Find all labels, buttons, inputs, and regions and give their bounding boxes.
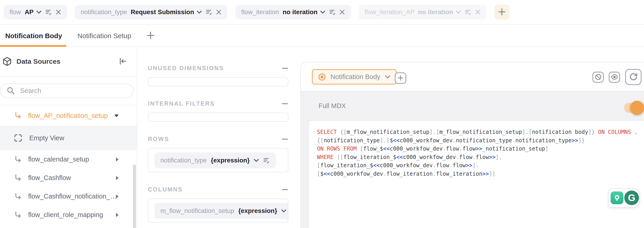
tab-notification-body[interactable]: Notification Body — [5, 25, 62, 46]
expand-arrow-icon[interactable] — [116, 157, 118, 161]
corner-down-right-icon — [14, 211, 22, 219]
preview-button[interactable] — [609, 72, 620, 83]
filter-chip-flow_iteration_AP[interactable]: flow_iteration_APno iteration — [358, 5, 486, 19]
remove-filter-icon[interactable] — [475, 9, 480, 15]
editor-header: Notification Body — [301, 62, 644, 91]
grammarly-suggestion-bulb-icon[interactable] — [610, 191, 624, 204]
expand-arrow-icon[interactable] — [116, 213, 118, 217]
builder-section-title: ROWS — [148, 135, 169, 142]
tab-label: Notification Body — [5, 32, 62, 40]
refresh-button[interactable] — [625, 69, 642, 85]
filter-chip-flow_iteration[interactable]: flow_iterationno iteration — [235, 5, 351, 19]
filter-chip-label: flow_iteration — [241, 8, 279, 16]
corner-down-right-icon — [14, 155, 22, 164]
expand-arrow-icon[interactable] — [116, 176, 118, 180]
filter-chip-value: Request Submission — [131, 8, 194, 16]
tree-item-flow-calendar-setup[interactable]: flow_calendar_setup — [0, 150, 137, 169]
collapse-section-button[interactable] — [282, 67, 288, 70]
edit-filter-icon[interactable] — [45, 9, 52, 15]
edit-filter-icon[interactable] — [206, 9, 212, 15]
plus-icon — [397, 75, 404, 82]
builder-section-title: COLUMNS — [148, 186, 183, 193]
minus-icon — [282, 103, 288, 104]
collapse-panel-button[interactable] — [118, 57, 127, 66]
tree-item-label: flow_Cashflow — [28, 174, 71, 182]
tree-item-empty-view[interactable]: Empty View — [0, 126, 137, 150]
search-input[interactable] — [20, 87, 118, 95]
minus-icon — [282, 189, 288, 190]
corner-down-right-icon — [14, 192, 22, 201]
remove-filter-icon[interactable] — [56, 9, 61, 15]
filter-chip-value: no iteration — [418, 8, 453, 16]
filter-chip-value: AP — [25, 8, 34, 16]
edit-filter-icon[interactable] — [464, 9, 472, 15]
sidebar-scrollbar[interactable] — [133, 164, 136, 228]
app-root: flowAPnotification_typeRequest Submissio… — [0, 0, 644, 228]
filter-chip-flow[interactable]: flowAP — [4, 5, 67, 19]
mdx-editor-card: Notification Body — [300, 62, 644, 228]
chevron-down-icon[interactable] — [281, 209, 286, 213]
tree-item-flow-Cashflow[interactable]: flow_Cashflow — [0, 169, 137, 187]
chevron-down-icon[interactable] — [254, 159, 259, 162]
dimension-chip-label: notification_type — [160, 157, 207, 164]
tree-item-label: flow_client_role_mapping — [28, 211, 103, 219]
refresh-icon — [629, 72, 638, 82]
tree-item-flow-Cashflow-notification-[interactable]: flow_Cashflow_notification_… — [0, 187, 137, 206]
data-sources-header: Data Sources — [0, 47, 137, 77]
tree-item-label: flow_AP_notification_setup — [28, 112, 108, 119]
tab-notification-setup[interactable]: Notification Setup — [77, 25, 131, 46]
builder-section-unused-dimensions: UNUSED DIMENSIONS — [148, 65, 288, 86]
chevron-down-icon[interactable] — [320, 10, 325, 14]
add-tab-button[interactable] — [146, 31, 155, 40]
corner-down-right-icon — [14, 112, 22, 120]
dimension-chip-value: {expression} — [238, 207, 277, 215]
builder-section-title: INTERNAL FILTERS — [148, 100, 215, 107]
edit-filter-icon[interactable] — [329, 9, 336, 15]
drop-zone[interactable]: m_flow_notification_setup{expression} — [148, 199, 288, 223]
mdx-code-editor[interactable]: SELECT {[m_flow_notification_setup].[m_f… — [308, 120, 644, 228]
minus-icon — [282, 68, 288, 69]
view-selector-label: Notification Body — [330, 73, 380, 81]
remove-filter-icon[interactable] — [340, 9, 345, 15]
editor-body: Full MDX SELECT {[m_flow_notification_se… — [301, 91, 644, 228]
builder-section-columns: COLUMNSm_flow_notification_setup{express… — [148, 186, 288, 223]
drop-zone[interactable] — [148, 77, 288, 86]
collapse-section-button[interactable] — [282, 137, 288, 141]
filter-chip-notification_type[interactable]: notification_typeRequest Submission — [75, 5, 228, 19]
filter-chip-label: flow — [10, 8, 21, 16]
filter-bar: flowAPnotification_typeRequest Submissio… — [0, 0, 644, 25]
drop-zone[interactable] — [148, 113, 288, 122]
panel-title: Data Sources — [16, 58, 60, 65]
dimension-chip-m_flow_notification_setup[interactable]: m_flow_notification_setup{expression} — [154, 203, 288, 219]
disable-auto-run-button[interactable] — [592, 72, 604, 83]
cube-icon — [2, 57, 12, 66]
chevron-down-icon[interactable] — [456, 10, 461, 14]
minus-icon — [282, 139, 288, 140]
dimension-chip-value: {expression} — [211, 157, 250, 164]
remove-filter-icon[interactable] — [216, 9, 222, 15]
tree-item-flow-client-role-mapping[interactable]: flow_client_role_mapping — [0, 206, 137, 224]
drop-zone[interactable]: notification_type{expression} — [148, 148, 288, 172]
view-selector-dropdown[interactable]: Notification Body — [312, 69, 396, 85]
dimension-chip-notification_type[interactable]: notification_type{expression} — [154, 152, 276, 168]
collapse-section-button[interactable] — [282, 188, 288, 191]
tree-item-flow-AP-notification-setup[interactable]: flow_AP_notification_setup — [0, 105, 137, 126]
filter-chip-value: no iteration — [283, 8, 318, 16]
radio-target-icon — [318, 73, 326, 81]
chevron-down-icon[interactable] — [36, 10, 42, 14]
data-sources-panel: Data Sources flow_AP_notification_setupE… — [0, 47, 137, 228]
full-mdx-label: Full MDX — [318, 102, 346, 110]
grammarly-logo[interactable]: G — [624, 191, 639, 205]
chevron-down-icon[interactable] — [197, 10, 202, 14]
search-box[interactable] — [0, 83, 134, 98]
collapse-section-button[interactable] — [282, 102, 288, 106]
grammarly-widget[interactable]: G — [608, 188, 640, 208]
add-view-button[interactable] — [395, 72, 406, 84]
edit-expression-icon[interactable] — [263, 157, 270, 164]
collapse-arrow-icon[interactable] — [114, 115, 118, 117]
full-mdx-toggle[interactable] — [624, 103, 643, 113]
add-filter-button[interactable] — [494, 4, 510, 20]
expand-arrow-icon[interactable] — [116, 194, 118, 199]
tab-label: Notification Setup — [77, 32, 131, 40]
builder-section-title: UNUSED DIMENSIONS — [148, 65, 224, 72]
